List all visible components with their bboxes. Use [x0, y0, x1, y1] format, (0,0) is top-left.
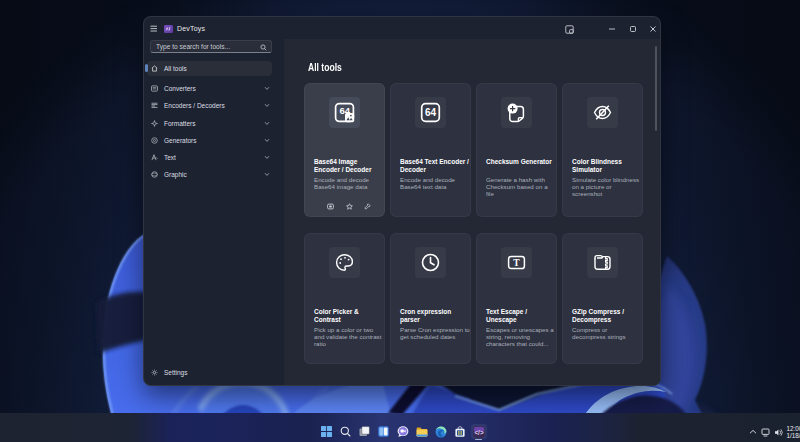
svg-text:</>: </>: [474, 428, 484, 435]
svg-text:64: 64: [425, 107, 437, 118]
svg-text:T: T: [513, 258, 520, 268]
